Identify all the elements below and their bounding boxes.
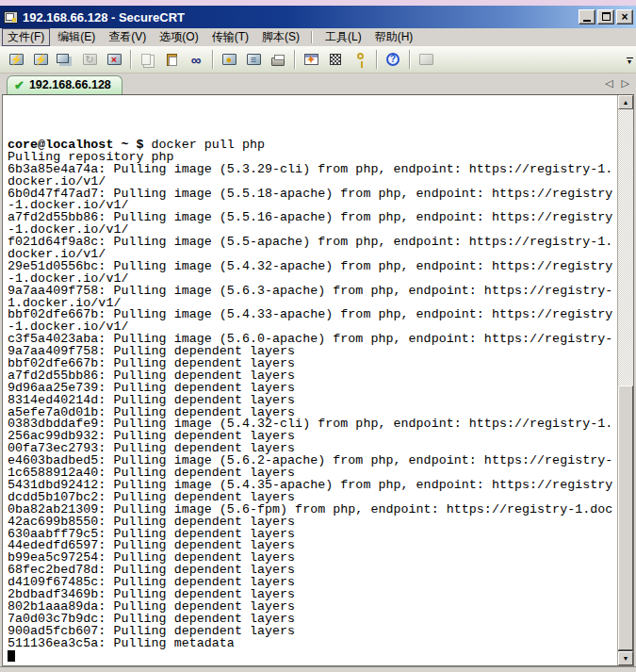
app-icon xyxy=(4,11,18,24)
scrollbar-track[interactable] xyxy=(618,109,633,651)
menu-options[interactable]: 选项(O) xyxy=(154,28,204,46)
desktop-background: 192.168.66.128 - SecureCRT × 文件(F)编辑(E)查… xyxy=(0,0,636,672)
scroll-down-button[interactable]: ▼ xyxy=(618,651,633,665)
find-icon[interactable]: ∞ xyxy=(185,49,207,70)
terminal-line: 511136ea3c5a: Pulling metadata xyxy=(8,638,617,650)
tab-scroll-left-button[interactable]: ◁ xyxy=(605,77,612,90)
terminal-output[interactable]: core@localhost ~ $ docker pull phpPullin… xyxy=(3,95,617,665)
toolbar-buttons: ⚡⚡↻×∞●≡✦? xyxy=(4,49,438,70)
reconnect-icon: ↻ xyxy=(78,49,101,70)
quick-connect-icon[interactable]: ⚡ xyxy=(5,49,27,70)
window-controls: × xyxy=(579,9,633,25)
global-options-icon[interactable] xyxy=(324,49,347,70)
chevron-down-icon: ▾ xyxy=(628,60,631,64)
menu-edit[interactable]: 编辑(E) xyxy=(52,28,101,46)
menu-view[interactable]: 查看(V) xyxy=(103,28,152,46)
maximize-button[interactable] xyxy=(597,9,614,25)
scrollbar-thumb[interactable] xyxy=(618,385,633,650)
menu-transfer[interactable]: 传输(T) xyxy=(206,28,254,46)
tabbar: ✔ 192.168.66.128 ◁ ▷ xyxy=(0,74,636,94)
minimize-button[interactable] xyxy=(579,9,595,25)
securecrt-window: 192.168.66.128 - SecureCRT × 文件(F)编辑(E)查… xyxy=(0,6,636,672)
session-tab[interactable]: ✔ 192.168.66.128 xyxy=(7,75,122,94)
keymap-icon[interactable] xyxy=(349,49,371,70)
toolbar-separator xyxy=(212,50,213,69)
print-icon[interactable] xyxy=(267,49,289,70)
menu-separator xyxy=(311,31,312,43)
toolbar-separator xyxy=(294,50,295,69)
tab-scroll-right-button[interactable]: ▷ xyxy=(622,77,629,90)
menubar: 文件(F)编辑(E)查看(V)选项(O)传输(T)脚本(S)工具(L)帮助(H) xyxy=(0,28,636,46)
menu-file[interactable]: 文件(F) xyxy=(2,28,50,46)
close-icon: × xyxy=(621,10,628,24)
minimize-icon xyxy=(583,20,591,22)
log-session-icon[interactable]: ● xyxy=(218,49,240,70)
maximize-icon xyxy=(602,12,611,21)
toolbar-separator xyxy=(376,50,377,69)
terminal-cursor xyxy=(8,650,15,662)
toolbar-overflow-button[interactable]: ▾ xyxy=(625,52,634,69)
titlebar: 192.168.66.128 - SecureCRT × xyxy=(0,6,636,28)
disconnect-icon[interactable]: × xyxy=(103,49,125,70)
session-options-icon[interactable]: ✦ xyxy=(300,49,322,70)
terminal-area: core@localhost ~ $ docker pull phpPullin… xyxy=(2,94,634,666)
session-tab-label: 192.168.66.128 xyxy=(29,78,111,91)
close-button[interactable]: × xyxy=(616,9,633,25)
toolbar: ⚡⚡↻×∞●≡✦? ▾ xyxy=(0,46,636,74)
terminal-scrollbar: ▲ ▼ xyxy=(617,95,633,665)
raw-log-icon[interactable]: ≡ xyxy=(242,49,265,70)
connected-check-icon: ✔ xyxy=(14,79,24,91)
menu-help[interactable]: 帮助(H) xyxy=(369,28,419,46)
scroll-up-button[interactable]: ▲ xyxy=(618,95,633,109)
toolbar-separator xyxy=(130,50,131,69)
connect-in-tab-icon[interactable] xyxy=(54,49,76,70)
menu-tools[interactable]: 工具(L) xyxy=(319,28,367,46)
connect-icon[interactable]: ⚡ xyxy=(29,49,52,70)
window-title: 192.168.66.128 - SecureCRT xyxy=(23,10,579,25)
help-icon[interactable]: ? xyxy=(382,49,404,70)
menu-script[interactable]: 脚本(S) xyxy=(256,28,305,46)
toolbar-separator xyxy=(409,50,410,69)
window-bottom-edge xyxy=(0,666,636,672)
command-window-icon xyxy=(415,49,437,70)
copy-icon xyxy=(136,49,158,70)
paste-icon[interactable] xyxy=(160,49,183,70)
tab-scroll-arrows: ◁ ▷ xyxy=(605,77,629,90)
